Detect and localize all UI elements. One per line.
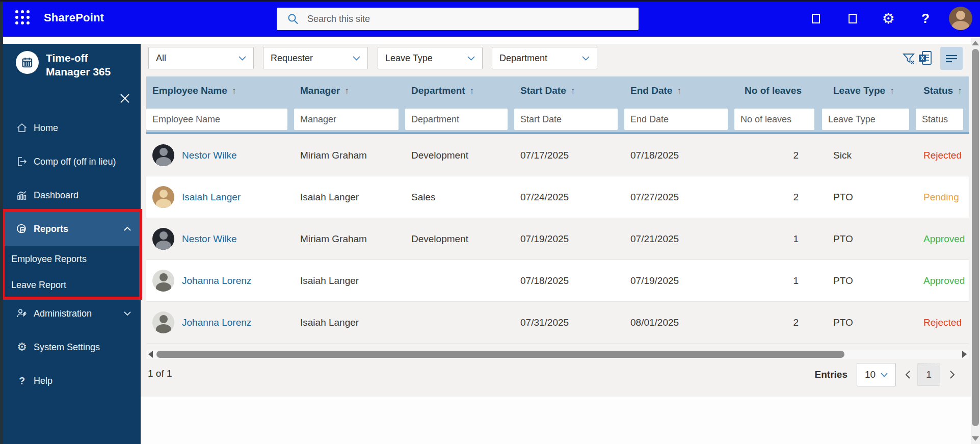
requester-filter-dropdown[interactable]: Requester xyxy=(263,47,368,69)
start-date-cell: 07/18/2025 xyxy=(514,260,624,301)
scroll-up-arrow-icon[interactable] xyxy=(972,41,979,45)
horizontal-scrollbar-thumb[interactable] xyxy=(156,351,844,358)
table-row[interactable]: Isaiah Langer Isaiah Langer Sales 07/24/… xyxy=(146,176,969,218)
no-of-leaves-cell: 1 xyxy=(734,260,821,301)
user-avatar[interactable] xyxy=(949,7,972,30)
export-excel-icon[interactable]: X xyxy=(918,50,933,68)
scroll-right-arrow-icon[interactable] xyxy=(962,351,967,358)
manager-filter-input[interactable] xyxy=(294,109,399,130)
sidebar-item-system-settings[interactable]: ⚙ System Settings xyxy=(3,330,141,364)
reports-icon xyxy=(14,223,30,235)
end-date-filter-input[interactable] xyxy=(624,109,728,130)
table-row[interactable]: Nestor Wilke Miriam Graham Development 0… xyxy=(146,218,969,260)
column-header-start-date[interactable]: Start Date↑ xyxy=(514,76,624,105)
previous-page-button[interactable] xyxy=(900,364,915,385)
settings-gear-icon[interactable]: ⚙ xyxy=(879,0,898,37)
table-row[interactable]: Johanna Lorenz Isaiah Langer 07/18/2025 … xyxy=(146,260,969,302)
sharepoint-brand[interactable]: SharePoint xyxy=(44,11,104,24)
search-input[interactable] xyxy=(307,14,613,24)
manager-cell: Miriam Graham xyxy=(294,135,405,176)
sidebar-item-help[interactable]: ? Help xyxy=(3,364,141,398)
window-top-edge xyxy=(0,0,980,2)
employee-name-link[interactable]: Johanna Lorenz xyxy=(182,317,251,328)
filter-cell xyxy=(624,105,734,133)
column-header-status[interactable]: Status↑ xyxy=(915,76,969,105)
list-menu-icon xyxy=(945,54,958,64)
employee-avatar xyxy=(152,270,174,292)
horizontal-scrollbar[interactable] xyxy=(146,350,969,359)
sidebar-item-administration[interactable]: Administration xyxy=(3,297,141,330)
leave-type-filter-input[interactable] xyxy=(822,109,909,130)
sidebar-subitem-leave-report[interactable]: Leave Report xyxy=(3,272,141,298)
feedback-icon[interactable] xyxy=(847,0,858,37)
table-header-row: Employee Name↑ Manager↑ Department↑ Star… xyxy=(146,76,969,105)
main-content: All Requester Leave Type Department X xyxy=(141,44,971,444)
entries-per-page-select[interactable]: 10 xyxy=(857,363,896,386)
column-header-no-of-leaves[interactable]: No of leaves xyxy=(734,76,821,105)
question-icon: ? xyxy=(14,375,30,387)
sidebar-item-home[interactable]: Home xyxy=(3,111,141,145)
table-filter-row xyxy=(146,105,969,134)
column-header-department[interactable]: Department↑ xyxy=(405,76,514,105)
chevron-right-icon xyxy=(949,370,955,379)
start-date-cell: 07/17/2025 xyxy=(514,135,624,176)
top-app-bar: SharePoint ⚙ ? xyxy=(0,0,980,37)
leave-type-filter-dropdown[interactable]: Leave Type xyxy=(378,47,483,69)
filter-cell xyxy=(821,105,915,133)
column-header-employee-name[interactable]: Employee Name↑ xyxy=(146,76,294,105)
scroll-left-arrow-icon[interactable] xyxy=(148,351,153,358)
page-number-button[interactable]: 1 xyxy=(917,363,940,386)
clear-filter-icon[interactable] xyxy=(902,51,916,68)
department-filter-dropdown[interactable]: Department xyxy=(492,47,597,69)
status-filter-input[interactable] xyxy=(916,109,963,130)
department-cell: Sales xyxy=(405,176,514,218)
column-options-button[interactable] xyxy=(940,47,963,70)
sort-asc-icon: ↑ xyxy=(345,86,349,96)
employee-name-link[interactable]: Johanna Lorenz xyxy=(182,275,251,286)
employee-avatar xyxy=(152,186,174,208)
filter-cell xyxy=(405,105,514,133)
help-question-icon[interactable]: ? xyxy=(917,0,934,37)
chevron-down-icon[interactable] xyxy=(123,309,131,318)
vertical-scrollbar-thumb[interactable] xyxy=(972,49,979,426)
employee-avatar xyxy=(152,311,174,333)
empty-page-area xyxy=(141,397,971,444)
employee-name-filter-input[interactable] xyxy=(146,109,287,130)
sidebar-close-icon[interactable] xyxy=(116,90,134,107)
employee-name-link[interactable]: Isaiah Langer xyxy=(182,192,241,203)
department-filter-input[interactable] xyxy=(405,109,508,130)
sidebar-item-label: Administration xyxy=(34,308,92,319)
sidebar-subitem-employee-reports[interactable]: Employee Reports xyxy=(3,246,141,272)
sidebar-item-reports[interactable]: Reports xyxy=(3,212,141,246)
calendar-icon xyxy=(20,56,35,70)
dropdown-value: Leave Type xyxy=(385,53,433,64)
notification-icon[interactable] xyxy=(810,0,822,37)
column-header-leave-type[interactable]: Leave Type↑ xyxy=(821,76,915,105)
scroll-down-arrow-icon[interactable] xyxy=(972,436,979,441)
page-count-label: 1 of 1 xyxy=(148,368,172,379)
column-header-end-date[interactable]: End Date↑ xyxy=(624,76,734,105)
chevron-up-icon[interactable] xyxy=(123,224,131,233)
start-date-filter-input[interactable] xyxy=(514,109,618,130)
vertical-scrollbar[interactable] xyxy=(971,38,980,444)
sign-out-icon xyxy=(14,155,30,168)
app-launcher-waffle-icon[interactable] xyxy=(15,10,33,27)
gear-icon: ⚙ xyxy=(14,341,30,354)
sidebar-item-comp-off[interactable]: Comp off (off in lieu) xyxy=(3,145,141,178)
column-header-manager[interactable]: Manager↑ xyxy=(294,76,405,105)
dropdown-value: All xyxy=(156,53,166,64)
table-row[interactable]: Johanna Lorenz Isaiah Langer 07/31/2025 … xyxy=(146,302,969,344)
filter-cell xyxy=(915,105,969,133)
sidebar-item-dashboard[interactable]: Dashboard xyxy=(3,178,141,212)
view-filter-dropdown[interactable]: All xyxy=(148,47,254,69)
table-row[interactable]: Nestor Wilke Miriam Graham Development 0… xyxy=(146,135,969,176)
status-cell: Approved xyxy=(915,218,969,259)
end-date-cell: 07/21/2025 xyxy=(624,218,734,259)
employee-name-link[interactable]: Nestor Wilke xyxy=(182,233,237,245)
dropdown-value: Department xyxy=(499,53,547,64)
start-date-cell: 07/31/2025 xyxy=(514,302,624,343)
sidebar-item-label: Dashboard xyxy=(34,190,78,201)
next-page-button[interactable] xyxy=(944,364,960,385)
no-of-leaves-filter-input[interactable] xyxy=(734,109,814,130)
employee-name-link[interactable]: Nestor Wilke xyxy=(182,150,237,161)
